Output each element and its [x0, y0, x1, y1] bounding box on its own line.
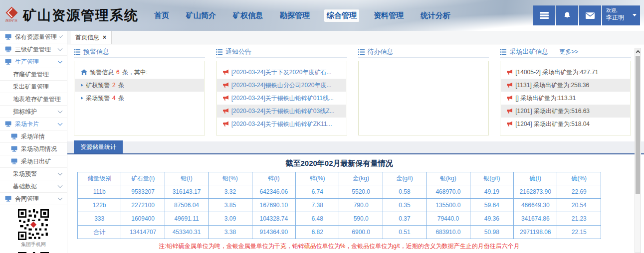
table-cell: 104328.74: [252, 212, 295, 226]
table-cell: 79440.0: [427, 212, 470, 226]
notice-item[interactable]: [2020-03-24]关于下发2020年度矿石...: [217, 66, 346, 79]
mail-button[interactable]: [579, 5, 601, 25]
sidebar-item[interactable]: 采场日出矿: [0, 155, 67, 168]
notice-item[interactable]: [2020-03-24]关于锡铁山铅锌矿ZK11...: [217, 118, 346, 130]
list-button[interactable]: [533, 5, 555, 25]
panel-title: 通知公告: [225, 47, 251, 56]
mining-item[interactable]: [] 采场出矿量为:113.31: [501, 92, 630, 105]
table-header-cell: 硫(t): [514, 172, 557, 185]
scroll-up-arrow[interactable]: [635, 48, 641, 55]
nav-item[interactable]: 统计分析: [418, 9, 453, 22]
table-row: 333 1609400 49691.11 3.09 104328.74 6.48…: [78, 212, 601, 226]
notice-item[interactable]: [2020-03-24]锡铁山分公司2020年度...: [217, 79, 346, 92]
mining-item[interactable]: [1204] 采场出矿量为:518.04: [501, 118, 630, 130]
sidebar-item[interactable]: 采出矿量管理: [0, 81, 67, 93]
qr-code-group-mobile: [18, 209, 49, 240]
mining-text: [1201] 采场出矿量为:516.63: [515, 107, 590, 116]
sidebar-item[interactable]: 存窿矿量管理: [0, 68, 67, 81]
nav-item[interactable]: 综合管理: [324, 9, 359, 22]
sidebar-item[interactable]: 生产管理: [0, 56, 67, 68]
sidebar-item[interactable]: 采场动用情况: [0, 143, 67, 155]
table-header-cell: 锌(t): [252, 172, 295, 185]
notice-text: [2020-03-24]关于锡铁山铅锌矿03线Z...: [231, 107, 335, 116]
sidebar-item[interactable]: 基础数据: [0, 180, 67, 193]
alert-item[interactable]: 采场预警4 条: [75, 92, 204, 105]
mining-item[interactable]: [14005-2] 采场出矿量为:427.71: [501, 66, 630, 79]
sidebar-item[interactable]: 三级矿量管理: [0, 43, 67, 56]
megaphone-icon: [223, 95, 229, 101]
close-icon[interactable]: ×: [103, 34, 106, 41]
table-header-cell: 银(g/t): [470, 172, 513, 185]
table-cell: 0.35: [383, 199, 426, 212]
table-row: 122b 2272100 87506.04 3.85 167690.10 7.3…: [78, 199, 601, 212]
vertical-scrollbar[interactable]: [635, 48, 641, 253]
report-title: 截至2020年02月最新保有量情况: [77, 159, 601, 168]
chevron-down-icon: [58, 46, 63, 51]
alert-summary-suffix: 条，其中:: [122, 68, 148, 77]
sidebar-item[interactable]: 采场卡片: [0, 118, 67, 130]
table-header-cell: 铅(t): [165, 172, 208, 185]
table-cell: 13414707: [121, 226, 165, 239]
mining-item[interactable]: [1131] 采场出矿量为:258.36: [501, 79, 630, 92]
notice-list: [2020-03-24]关于下发2020年度矿石... [2020-03-24]…: [216, 61, 347, 135]
more-link[interactable]: 更多>>: [559, 48, 578, 56]
sidebar-item-label: 保有资源量管理: [15, 33, 57, 41]
logo: 西部矿业 矿山资源管理系统: [4, 6, 139, 24]
tab-resource-reserve-stats[interactable]: 资源储量统计: [74, 140, 123, 153]
table-header-cell: 锌(%): [296, 172, 339, 185]
nav-item[interactable]: 矿山简介: [184, 9, 218, 22]
table-header-cell: 储量级别: [78, 172, 121, 185]
sidebar-item[interactable]: 采场详情: [0, 130, 67, 143]
megaphone-icon: [507, 82, 513, 88]
notice-item[interactable]: [2020-03-24]关于锡铁山铅锌矿03线Z...: [217, 105, 346, 118]
mining-item[interactable]: [1201] 采场出矿量为:516.63: [501, 105, 630, 118]
sidebar-item-label: 地表堆存矿量管理: [13, 95, 61, 104]
table-header-cell: 银(kg): [427, 172, 470, 185]
sidebar-item[interactable]: 地表堆存矿量管理: [0, 93, 67, 106]
mail-icon: [586, 12, 595, 19]
table-cell: 914364.90: [252, 226, 295, 239]
monitor-icon: [11, 158, 17, 164]
scrollbar-thumb[interactable]: [636, 56, 640, 194]
alert-item-count: 2: [112, 82, 116, 89]
sidebar-item[interactable]: 合同管理: [0, 193, 67, 205]
chevron-down-icon: [58, 183, 63, 188]
dashboard-panels: 预警信息 预警信息6 条，其中: 矿权预警2 条: [67, 44, 644, 135]
notice-item[interactable]: [2020-03-24]关于锡铁山铅锌矿011线...: [217, 92, 346, 105]
sidebar-item-label: 采场日出矿: [21, 157, 51, 166]
sidebar-item[interactable]: 保有资源量管理: [0, 31, 67, 43]
table-header-row: 储量级别矿石量(t)铅(t)铅(%)锌(t)锌(%)金(kg)金(g/t)银(k…: [78, 172, 601, 185]
table-cell: 7.38: [296, 199, 339, 212]
nav-item[interactable]: 首页: [152, 9, 172, 22]
nav-item[interactable]: 资料管理: [371, 9, 406, 22]
panel-title: 采场出矿信息: [509, 47, 548, 56]
table-cell: 3.38: [209, 226, 252, 239]
nav-item[interactable]: 勘探管理: [277, 9, 312, 22]
megaphone-icon: [223, 108, 229, 114]
sidebar-item[interactable]: 采场预警: [0, 168, 67, 180]
notifications-button[interactable]: [556, 5, 578, 25]
alert-item[interactable]: 矿权预警2 条: [75, 79, 204, 92]
table-cell: 2162873.90: [514, 185, 557, 199]
report-section: 截至2020年02月最新保有量情况 储量级别矿石量(t)铅(t)铅(%)锌(t)…: [77, 159, 601, 251]
user-menu[interactable]: 欢迎, 李正明: [602, 5, 640, 25]
sidebar-item-label: 三级矿量管理: [15, 45, 51, 54]
table-cell: 341674.86: [514, 212, 557, 226]
bell-icon: [563, 11, 571, 19]
header-actions: 欢迎, 李正明: [533, 5, 640, 25]
mining-list: [14005-2] 采场出矿量为:427.71 [1131] 采场出矿量为:25…: [500, 61, 631, 135]
sidebar-item[interactable]: 指标维护: [0, 106, 67, 118]
sidebar-item-label: 基础数据: [13, 182, 37, 191]
megaphone-icon: [507, 69, 513, 75]
megaphone-icon: [223, 121, 229, 127]
list-bullet-icon: [358, 49, 365, 55]
table-cell: 21.23: [557, 212, 601, 226]
nav-item[interactable]: 矿权信息: [230, 9, 265, 22]
table-cell: 3.09: [209, 212, 252, 226]
tab-home-info[interactable]: 首页信息 ×: [70, 31, 112, 44]
table-cell: 49.36: [470, 212, 513, 226]
megaphone-icon: [223, 69, 229, 75]
triangle-right-icon: [81, 84, 83, 87]
table-cell: 333: [78, 212, 121, 226]
report-note: 注:铅锌硫金属单位为吨，金银金属量单位为千克，铅锌硫品位单位为%，金银品位单位为…: [77, 242, 601, 251]
